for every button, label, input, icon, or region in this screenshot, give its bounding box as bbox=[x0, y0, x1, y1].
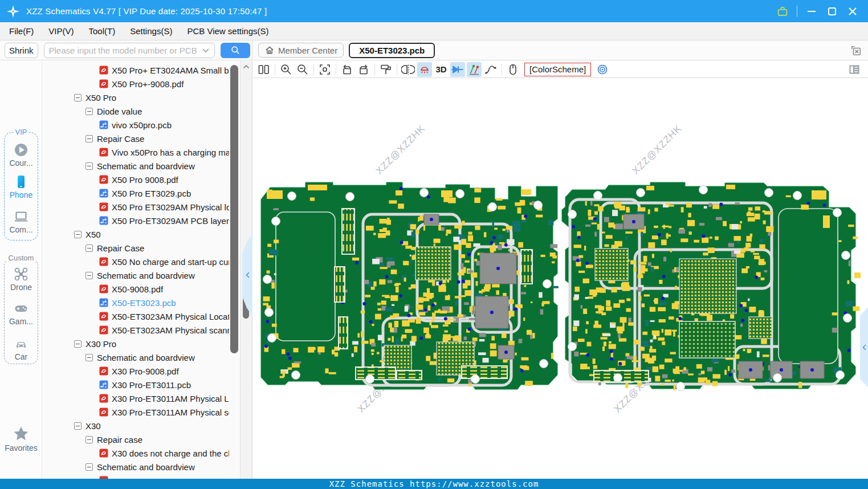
view-3d-button[interactable]: 3D bbox=[434, 62, 449, 77]
collapse-toggle-icon[interactable] bbox=[85, 272, 93, 279]
chevron-down-icon[interactable] bbox=[202, 48, 210, 53]
color-scheme-button[interactable]: [ColorScheme] bbox=[524, 63, 591, 76]
tree-group-row[interactable]: Diode value bbox=[42, 104, 229, 118]
mouse-button[interactable] bbox=[506, 62, 520, 77]
tree-file-row[interactable]: X50 Pro 9008.pdf bbox=[42, 173, 229, 186]
fit-selection-button[interactable] bbox=[317, 62, 332, 77]
collapse-toggle-icon[interactable] bbox=[74, 340, 81, 348]
collapse-toggle-icon[interactable] bbox=[74, 422, 81, 430]
tree-file-row[interactable]: Vivo x50Pro has a charging mar bbox=[42, 145, 229, 159]
lamp-button[interactable] bbox=[417, 62, 432, 77]
sidebar-item-course[interactable]: Cour... bbox=[5, 142, 38, 168]
panel-toggle-icon[interactable] bbox=[847, 63, 861, 76]
flip-horizontal-button[interactable] bbox=[401, 62, 415, 77]
tree-group-row[interactable]: X50 Pro bbox=[42, 91, 229, 104]
menu-item-pcb-view-settings[interactable]: PCB View settings(S) bbox=[187, 26, 268, 36]
menu-item-file[interactable]: File(F) bbox=[9, 26, 34, 36]
tree-file-row[interactable]: X50 Pro+-9008.pdf bbox=[42, 77, 229, 91]
collapse-toggle-icon[interactable] bbox=[85, 436, 93, 443]
minimize-button[interactable] bbox=[805, 5, 818, 18]
maximize-button[interactable] bbox=[826, 5, 838, 18]
mouse-icon bbox=[506, 63, 520, 76]
collapse-toggle-icon[interactable] bbox=[85, 354, 93, 361]
tab-active-pcb[interactable]: X50-ET3023.pcb bbox=[349, 43, 435, 58]
tree-group-row[interactable]: Schematic and boardview bbox=[42, 268, 229, 282]
sidebar-item-game[interactable]: Gam... bbox=[5, 301, 38, 326]
tree-file-row[interactable]: X50 Pro-ET3029AM PCB layer.p bbox=[42, 214, 229, 227]
sidebar-item-drone[interactable]: Drone bbox=[5, 267, 38, 292]
scroll-up-icon[interactable] bbox=[242, 62, 251, 71]
close-all-tabs-icon[interactable] bbox=[850, 44, 862, 57]
status-bar: XZZ Schematics https://www.xzztools.com bbox=[0, 479, 868, 489]
tree-group-row[interactable]: Schematic and boardview bbox=[42, 159, 229, 173]
zoom-out-button[interactable] bbox=[295, 62, 310, 77]
search-input[interactable] bbox=[49, 46, 202, 55]
curve-button[interactable] bbox=[483, 62, 498, 77]
collapse-toggle-icon[interactable] bbox=[85, 135, 93, 142]
tree-group-row[interactable]: Repair Case bbox=[42, 241, 229, 255]
sidebar-item-favorites[interactable]: Favorites bbox=[0, 426, 42, 453]
search-button[interactable] bbox=[221, 43, 250, 58]
collapse-right-panel-handle[interactable] bbox=[860, 307, 868, 387]
tree-file-row[interactable]: X50-ET3023AM Physical Locatio bbox=[42, 309, 229, 323]
tree-file-row[interactable]: X30 Pro-ET3011.pcb bbox=[42, 378, 229, 392]
tree-group-row[interactable]: Schematic and boardview bbox=[42, 351, 229, 364]
close-button[interactable] bbox=[846, 5, 859, 18]
tree-group-row[interactable]: Repair Case bbox=[42, 132, 229, 145]
toolbar-separator bbox=[502, 64, 502, 75]
tree-scrollbar-thumb[interactable] bbox=[230, 65, 238, 353]
collapse-toggle-icon[interactable] bbox=[85, 463, 93, 471]
pdf-file-icon bbox=[99, 449, 108, 458]
tree-item-label: X50 Pro 9008.pdf bbox=[112, 175, 178, 185]
pcb-canvas[interactable]: XZZ@XZZHK XZZ@XZZHK XZZ@XZZHK XZZ@XZZHK bbox=[253, 79, 868, 479]
tree-file-row[interactable]: X30 Pro-9008.pdf bbox=[42, 364, 229, 378]
tree-file-row[interactable]: X50 Pro ET3029AM Physical loc bbox=[42, 200, 229, 214]
shrink-button[interactable]: Shrink bbox=[5, 43, 38, 58]
menu-item-settings[interactable]: Settings(S) bbox=[130, 26, 172, 36]
menu-item-tool[interactable]: Tool(T) bbox=[89, 26, 116, 36]
tree-file-row[interactable]: X30 does not charge and the ch bbox=[42, 446, 229, 460]
tree-file-row[interactable]: X50 Pro+ ET3024AMA Small bo bbox=[42, 63, 229, 77]
sidebar-item-car[interactable]: Car bbox=[5, 336, 38, 361]
zoom-in-button[interactable] bbox=[279, 62, 294, 77]
toolbar-separator bbox=[336, 64, 336, 75]
license-icon[interactable] bbox=[776, 5, 789, 18]
rotate-right-button[interactable] bbox=[356, 62, 371, 77]
tree-group-row[interactable]: X50 bbox=[42, 227, 229, 241]
pcb-board-view[interactable] bbox=[253, 79, 868, 479]
collapse-toggle-icon[interactable] bbox=[74, 231, 81, 238]
rotate-left-button[interactable] bbox=[340, 62, 354, 77]
tree-file-row[interactable]: X50 Pro ET3029.pcb bbox=[42, 186, 229, 200]
collapse-toggle-icon[interactable] bbox=[85, 108, 93, 115]
collapse-toggle-icon[interactable] bbox=[74, 94, 81, 101]
split-view-button[interactable] bbox=[256, 62, 271, 77]
collapse-toggle-icon[interactable] bbox=[85, 162, 93, 170]
tree-file-row[interactable]: X50-9008.pdf bbox=[42, 282, 229, 296]
diode-button[interactable] bbox=[450, 62, 465, 77]
play-circle-icon bbox=[14, 142, 28, 157]
tree-group-row[interactable]: Repair case bbox=[42, 433, 229, 446]
tree-group-row[interactable]: X30 bbox=[42, 419, 229, 433]
rotate-right-icon bbox=[357, 63, 370, 76]
measure-button[interactable] bbox=[467, 62, 482, 77]
tree-file-row[interactable]: X30 Pro-ET3011AM Physical sca bbox=[42, 405, 229, 419]
tree-file-row[interactable]: X50-ET3023.pcb bbox=[42, 296, 229, 309]
pdf-file-icon bbox=[99, 284, 108, 294]
tree-item-label: Vivo x50Pro has a charging mar bbox=[112, 148, 229, 157]
tree-group-row[interactable]: X30 Pro bbox=[42, 337, 229, 351]
collapse-toggle-icon[interactable] bbox=[85, 244, 93, 252]
tree-file-row[interactable]: vivo x50pro.pcb bbox=[42, 118, 229, 132]
member-center-button[interactable]: Member Center bbox=[258, 43, 344, 58]
tree-file-row[interactable] bbox=[42, 474, 229, 479]
tree-group-row[interactable]: Schematic and boardview bbox=[42, 460, 229, 474]
sidebar-item-phone[interactable]: Phone bbox=[5, 174, 38, 199]
layer-rings-button[interactable] bbox=[595, 62, 610, 77]
menu-item-vip[interactable]: VIP(V) bbox=[48, 26, 74, 36]
tree-file-row[interactable]: X30 Pro-ET3011AM Physical Lo bbox=[42, 392, 229, 405]
tree-file-row[interactable]: X50 No charge and start-up cur bbox=[42, 255, 229, 268]
paint-brush-button[interactable] bbox=[378, 62, 393, 77]
tree-item-label: X50 Pro bbox=[85, 93, 116, 103]
sidebar-item-computer[interactable]: Com... bbox=[5, 209, 38, 234]
tree-file-row[interactable]: X50-ET3023AM Physical scannin bbox=[42, 323, 229, 337]
tree-item-label: X30 Pro-9008.pdf bbox=[112, 366, 179, 376]
